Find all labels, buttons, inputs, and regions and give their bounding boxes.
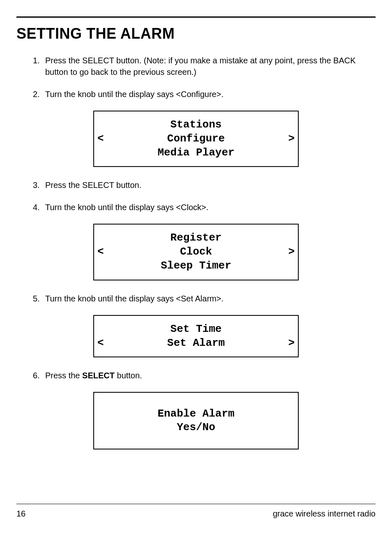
step-text: Turn the knob until the display says <Se…	[45, 294, 224, 303]
left-arrow-icon: <	[97, 132, 104, 146]
page-title: SETTING THE ALARM	[16, 25, 376, 42]
left-arrow-icon: <	[97, 336, 104, 350]
step-text: Turn the knob until the display says <Cl…	[45, 203, 208, 212]
step-number: 5.	[33, 293, 40, 304]
right-arrow-icon: >	[288, 336, 295, 350]
display-line: Stations	[98, 118, 294, 132]
step-number: 4.	[33, 201, 40, 213]
step-text-bold: SELECT	[82, 371, 115, 380]
step-3: 3. Press the SELECT button.	[33, 179, 376, 191]
step-text-prefix: Press the	[45, 371, 82, 380]
step-5: 5. Turn the knob until the display says …	[33, 293, 376, 304]
instruction-list: 6. Press the SELECT button.	[16, 370, 376, 381]
left-arrow-icon: <	[97, 245, 104, 259]
display-selected: Clock	[180, 245, 212, 259]
step-number: 3.	[33, 179, 40, 191]
display-selected: Set Alarm	[167, 336, 225, 350]
display-clock: Register < Clock > Sleep Timer	[93, 224, 299, 280]
display-line: Yes/No	[98, 421, 294, 435]
page-footer: 16 grace wireless internet radio	[16, 504, 376, 519]
bottom-rule	[16, 504, 376, 504]
display-selected-row: < Set Alarm >	[98, 336, 294, 350]
footer-row: 16 grace wireless internet radio	[16, 509, 376, 519]
step-1: 1. Press the SELECT button. (Note: if yo…	[33, 55, 376, 78]
step-2: 2. Turn the knob until the display says …	[33, 88, 376, 100]
step-text: Press the SELECT button. (Note: if you m…	[45, 56, 356, 76]
display-configure: Stations < Configure > Media Player	[93, 111, 299, 167]
step-number: 6.	[33, 370, 40, 381]
step-number: 2.	[33, 88, 40, 100]
instruction-list: 1. Press the SELECT button. (Note: if yo…	[16, 55, 376, 100]
instruction-list: 3. Press the SELECT button. 4. Turn the …	[16, 179, 376, 213]
display-enable-alarm: Enable Alarm Yes/No	[93, 392, 299, 449]
step-6: 6. Press the SELECT button.	[33, 370, 376, 381]
step-4: 4. Turn the knob until the display says …	[33, 201, 376, 213]
display-set-alarm: Set Time < Set Alarm >	[93, 315, 299, 358]
page-number: 16	[16, 509, 25, 519]
product-name: grace wireless internet radio	[273, 509, 376, 519]
display-selected: Configure	[167, 132, 225, 146]
display-line: Enable Alarm	[98, 407, 294, 421]
step-text: Press the SELECT button.	[45, 181, 141, 190]
top-rule	[16, 16, 376, 18]
display-selected-row: < Configure >	[98, 132, 294, 146]
display-line: Set Time	[98, 322, 294, 336]
step-text-suffix: button.	[115, 371, 142, 380]
display-line: Media Player	[98, 146, 294, 160]
instruction-list: 5. Turn the knob until the display says …	[16, 293, 376, 304]
display-selected-row: < Clock >	[98, 245, 294, 259]
step-text: Turn the knob until the display says <Co…	[45, 90, 224, 99]
display-line: Register	[98, 231, 294, 245]
right-arrow-icon: >	[288, 132, 295, 146]
right-arrow-icon: >	[288, 245, 295, 259]
display-line: Sleep Timer	[98, 259, 294, 273]
step-number: 1.	[33, 55, 40, 66]
